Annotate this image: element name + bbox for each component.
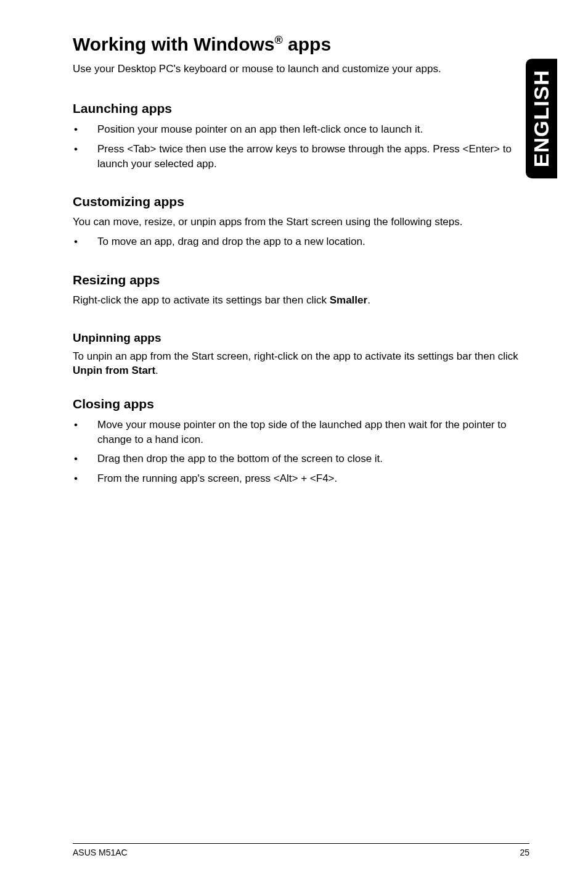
resizing-para: Right-click the app to activate its sett… [73, 294, 529, 308]
list-item: Position your mouse pointer on an app th… [73, 122, 529, 137]
unpinning-heading: Unpinning apps [73, 331, 529, 345]
text-after: . [155, 365, 158, 376]
launching-heading: Launching apps [73, 101, 529, 116]
text-bold: Smaller [330, 294, 367, 306]
page-title: Working with Windows® apps [73, 34, 529, 55]
closing-heading: Closing apps [73, 397, 529, 411]
text-before: Right-click the app to activate its sett… [73, 294, 330, 306]
unpinning-para: To unpin an app from the Start screen, r… [73, 350, 529, 378]
customizing-para: You can move, resize, or unpin apps from… [73, 215, 529, 229]
list-item: Move your mouse pointer on the top side … [73, 418, 529, 447]
footer-product: ASUS M51AC [73, 848, 128, 857]
list-item: Drag then drop the app to the bottom of … [73, 452, 529, 466]
list-item: From the running app's screen, press <Al… [73, 471, 529, 486]
intro-text: Use your Desktop PC's keyboard or mouse … [73, 62, 529, 76]
language-tab: ENGLISH [526, 59, 557, 178]
title-prefix: Working with Windows [73, 34, 274, 54]
text-bold: Unpin from Start [73, 365, 155, 376]
resizing-heading: Resizing apps [73, 273, 529, 287]
title-suffix: apps [283, 34, 331, 54]
page-footer: ASUS M51AC 25 [73, 843, 529, 857]
title-reg: ® [274, 34, 282, 46]
list-item: To move an app, drag and drop the app to… [73, 234, 529, 249]
customizing-heading: Customizing apps [73, 194, 529, 209]
text-after: . [367, 294, 370, 306]
text-before: To unpin an app from the Start screen, r… [73, 350, 518, 362]
list-item: Press <Tab> twice then use the arrow key… [73, 142, 529, 171]
footer-page-number: 25 [520, 848, 529, 857]
